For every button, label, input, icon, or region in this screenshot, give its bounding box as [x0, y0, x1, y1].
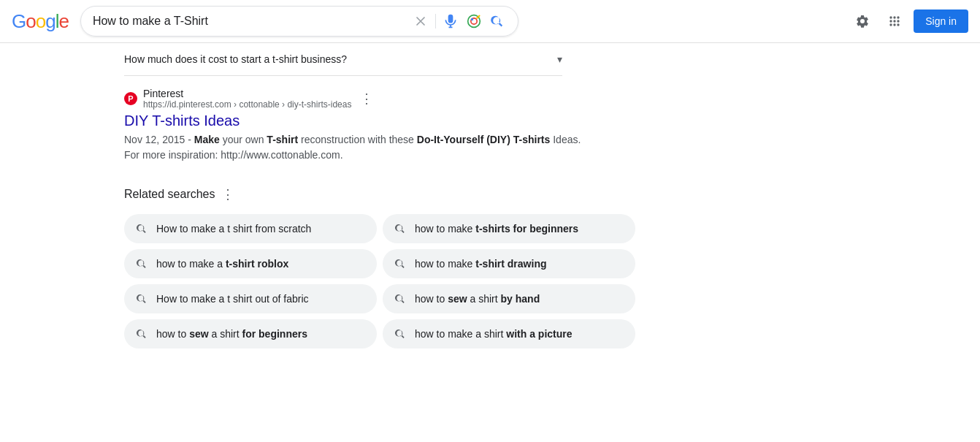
search-icon: [490, 14, 505, 28]
related-text-8: how to make a shirt with a picture: [415, 328, 573, 340]
source-info: Pinterest https://id.pinterest.com › cot…: [143, 88, 351, 110]
chevron-down-icon: ▾: [557, 53, 562, 65]
close-icon: [413, 14, 428, 28]
related-searches: Related searches ⋮ How to make a t shirt…: [124, 175, 635, 366]
lens-button[interactable]: [465, 12, 483, 30]
result-source: P Pinterest https://id.pinterest.com › c…: [124, 88, 599, 110]
favicon: P: [124, 92, 137, 105]
result-title-link[interactable]: DIY T-shirts Ideas: [124, 113, 240, 129]
apps-button[interactable]: [881, 8, 908, 34]
search-result: P Pinterest https://id.pinterest.com › c…: [124, 76, 599, 175]
svg-point-3: [471, 18, 473, 20]
snippet-bold-make: Make: [194, 134, 220, 145]
lens-icon: [467, 14, 481, 28]
related-item-6[interactable]: how to sew a shirt by hand: [383, 284, 635, 313]
result-title: DIY T-shirts Ideas: [124, 113, 599, 129]
related-item-8[interactable]: how to make a shirt with a picture: [383, 319, 635, 348]
faq-item[interactable]: How much does it cost to start a t-shirt…: [124, 43, 562, 76]
faq-question: How much does it cost to start a t-shirt…: [124, 53, 347, 65]
divider: [435, 14, 436, 28]
main-content: How much does it cost to start a t-shirt…: [0, 43, 628, 366]
related-item-2[interactable]: how to make t-shirts for beginners: [383, 214, 635, 243]
search-input[interactable]: [93, 15, 406, 28]
search-icon: [136, 328, 148, 340]
related-text-5: How to make a t shirt out of fabric: [156, 293, 309, 305]
related-more-button[interactable]: ⋮: [221, 186, 234, 202]
settings-button[interactable]: [849, 8, 876, 34]
snippet-bold-tshirt: T-shirt: [267, 134, 298, 145]
related-grid: How to make a t shirt from scratch how t…: [124, 214, 635, 348]
source-name: Pinterest: [143, 88, 351, 99]
search-icon: [394, 293, 406, 305]
search-icon: [394, 328, 406, 340]
apps-grid-icon: [887, 14, 902, 28]
related-item-5[interactable]: How to make a t shirt out of fabric: [124, 284, 377, 313]
related-item-4[interactable]: how to make t-shirt drawing: [383, 249, 635, 278]
related-text-2: how to make t-shirts for beginners: [415, 223, 578, 235]
search-icon: [136, 223, 148, 235]
header-right: Sign in: [849, 8, 968, 34]
search-icon: [136, 258, 148, 270]
related-searches-title: Related searches: [124, 188, 215, 201]
voice-search-button[interactable]: [442, 12, 459, 30]
search-icon: [136, 293, 148, 305]
microphone-icon: [443, 14, 458, 28]
search-icon: [394, 258, 406, 270]
related-item-1[interactable]: How to make a t shirt from scratch: [124, 214, 377, 243]
source-url: https://id.pinterest.com › cottonable › …: [143, 99, 351, 110]
related-item-7[interactable]: how to sew a shirt for beginners: [124, 319, 377, 348]
snippet-bold-diy: Do-It-Yourself (DIY) T-shirts: [417, 134, 551, 145]
search-bar: [80, 6, 518, 37]
related-text-3: how to make a t-shirt roblox: [156, 258, 288, 270]
clear-button[interactable]: [412, 12, 429, 30]
snippet-date: Nov 12, 2015 -: [124, 134, 191, 145]
related-header: Related searches ⋮: [124, 186, 635, 202]
sign-in-button[interactable]: Sign in: [914, 9, 968, 33]
related-text-7: how to sew a shirt for beginners: [156, 328, 307, 340]
search-button[interactable]: [489, 12, 506, 30]
more-options-button[interactable]: ⋮: [357, 91, 376, 107]
related-text-1: How to make a t shirt from scratch: [156, 223, 311, 235]
result-snippet: Nov 12, 2015 - Make your own T-shirt rec…: [124, 132, 599, 163]
related-item-3[interactable]: how to make a t-shirt roblox: [124, 249, 377, 278]
search-icon: [394, 223, 406, 235]
related-text-4: how to make t-shirt drawing: [415, 258, 547, 270]
google-logo[interactable]: Google: [12, 10, 69, 33]
related-text-6: how to sew a shirt by hand: [415, 293, 540, 305]
header: Google: [0, 0, 980, 43]
gear-icon: [855, 14, 870, 28]
